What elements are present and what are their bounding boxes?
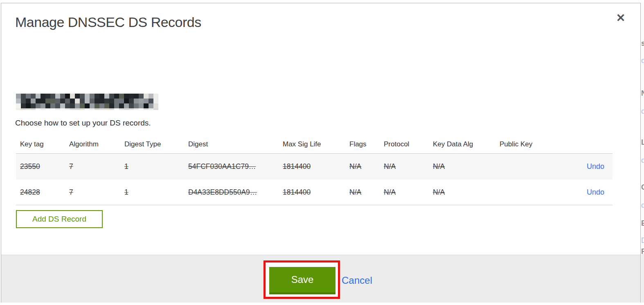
col-header-key-tag: Key tag — [16, 140, 65, 148]
cell-key-tag: 23550 — [16, 162, 65, 171]
cancel-link[interactable]: Cancel — [342, 275, 372, 286]
col-header-flags: Flags — [345, 140, 380, 148]
cell-algorithm: 7 — [65, 162, 120, 171]
cell-algorithm: 7 — [65, 188, 120, 197]
col-header-public-key: Public Key — [495, 140, 576, 148]
background-text-fragment: o — [641, 201, 644, 210]
background-page-strip: soNoLoCoEDP — [641, 3, 644, 303]
manage-dnssec-modal: Manage DNSSEC DS Records ✕ Choose how to… — [1, 3, 641, 303]
save-button[interactable]: Save — [269, 267, 336, 294]
col-header-protocol: Protocol — [380, 140, 429, 148]
background-text-fragment: o — [641, 56, 644, 65]
cell-flags: N/A — [345, 188, 380, 197]
background-text-fragment: s — [641, 39, 644, 48]
col-header-digest-type: Digest Type — [120, 140, 184, 148]
ds-records-table: Key tag Algorithm Digest Type Digest Max… — [16, 135, 612, 205]
col-header-max-sig-life: Max Sig Life — [279, 140, 345, 148]
cell-digest: 54FCF030AA1C79… — [184, 162, 279, 171]
cell-action: Undo — [576, 188, 612, 197]
background-text-fragment: C — [641, 183, 644, 192]
undo-link[interactable]: Undo — [587, 162, 604, 170]
redacted-domain-name — [16, 94, 160, 110]
cell-key-data-alg: N/A — [429, 162, 495, 171]
background-page-footer — [641, 254, 644, 303]
screenshot-canvas: Manage DNSSEC DS Records ✕ Choose how to… — [0, 0, 644, 305]
col-header-key-data-alg: Key Data Alg — [429, 140, 495, 148]
cell-max-sig-life: 1814400 — [279, 162, 345, 171]
cell-digest-type: 1 — [120, 188, 184, 197]
subtitle-text: Choose how to set up your DS records. — [15, 119, 151, 128]
table-row: 23550 7 1 54FCF030AA1C79… 1814400 N/A N/… — [16, 154, 612, 179]
cell-max-sig-life: 1814400 — [279, 188, 345, 197]
col-header-algorithm: Algorithm — [65, 140, 120, 148]
cell-protocol: N/A — [380, 188, 429, 197]
close-icon[interactable]: ✕ — [613, 11, 628, 25]
cell-digest: D4A33E8DD550A9… — [184, 188, 279, 197]
cell-flags: N/A — [345, 162, 380, 171]
background-text-fragment: P — [641, 247, 644, 256]
modal-footer: Save Cancel — [1, 255, 640, 303]
background-text-fragment: o — [641, 156, 644, 165]
background-text-fragment: D — [641, 236, 644, 245]
background-text-fragment: L — [641, 138, 644, 147]
background-text-fragment: o — [641, 107, 644, 116]
add-ds-record-button[interactable]: Add DS Record — [16, 210, 103, 228]
table-row: 24828 7 1 D4A33E8DD550A9… 1814400 N/A N/… — [16, 179, 612, 205]
cell-action: Undo — [576, 162, 612, 171]
undo-link[interactable]: Undo — [587, 188, 604, 196]
cell-protocol: N/A — [380, 162, 429, 171]
page-title: Manage DNSSEC DS Records — [15, 14, 201, 31]
background-text-fragment: N — [641, 89, 644, 98]
cell-digest-type: 1 — [120, 162, 184, 171]
table-header-row: Key tag Algorithm Digest Type Digest Max… — [16, 135, 612, 154]
cell-key-data-alg: N/A — [429, 188, 495, 197]
col-header-digest: Digest — [184, 140, 279, 148]
cell-key-tag: 24828 — [16, 188, 65, 197]
background-text-fragment: E — [641, 219, 644, 228]
